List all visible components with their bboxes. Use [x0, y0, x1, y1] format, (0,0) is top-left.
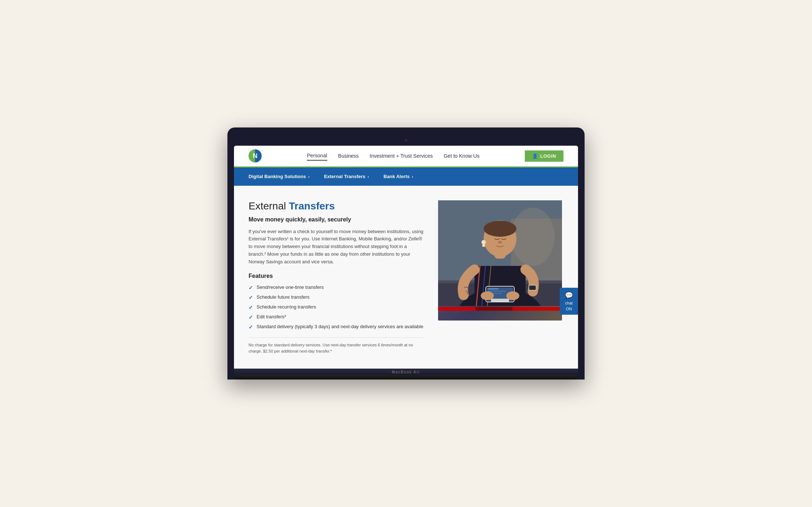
nav-get-to-know[interactable]: Get to Know Us	[444, 152, 479, 160]
title-part1: External	[249, 200, 289, 212]
laptop-camera	[234, 134, 578, 146]
hero-svg	[438, 200, 562, 306]
site-header: N Personal Business Investment + Trust S…	[234, 146, 578, 168]
feature-item-1: ✓ Send/receive one-time transfers	[249, 284, 423, 291]
chat-icon: 💬	[565, 291, 573, 299]
subnav-bank-alerts[interactable]: Bank Alerts ›	[383, 174, 413, 179]
nav-investment[interactable]: Investment + Trust Services	[370, 152, 433, 160]
chat-label: chat	[565, 301, 573, 305]
content-left: External Transfers Move money quickly, e…	[249, 200, 423, 354]
check-icon-5: ✓	[249, 324, 253, 330]
feature-item-3: ✓ Schedule recurring transfers	[249, 304, 423, 310]
title-part2: Transfers	[289, 200, 335, 212]
user-icon: 👤	[532, 153, 538, 159]
check-icon-2: ✓	[249, 295, 253, 300]
page-subtitle: Move money quickly, easily, securely	[249, 216, 423, 223]
laptop-screen: N Personal Business Investment + Trust S…	[234, 146, 578, 369]
nav-business[interactable]: Business	[338, 152, 359, 160]
feature-label-1: Send/receive one-time transfers	[257, 284, 324, 290]
svg-point-12	[484, 221, 516, 237]
laptop-bottom	[234, 375, 578, 380]
feature-label-2: Schedule future transfers	[257, 294, 309, 300]
svg-rect-22	[488, 291, 506, 292]
logo-circle: N	[249, 149, 262, 162]
chat-status: ON	[566, 307, 572, 311]
nav-personal[interactable]: Personal	[307, 151, 327, 161]
svg-point-13	[498, 241, 502, 244]
website-content: N Personal Business Investment + Trust S…	[234, 146, 578, 369]
chat-button[interactable]: 💬 chat ON	[560, 288, 578, 315]
subnav-alerts-arrow: ›	[412, 174, 413, 179]
feature-item-4: ✓ Edit transfers³	[249, 314, 423, 320]
logo[interactable]: N	[249, 149, 262, 162]
check-icon-3: ✓	[249, 304, 253, 310]
check-icon-4: ✓	[249, 314, 253, 320]
feature-label-4: Edit transfers³	[257, 314, 286, 319]
svg-rect-26	[491, 299, 509, 302]
features-heading: Features	[249, 273, 423, 279]
feature-label-3: Schedule recurring transfers	[257, 304, 316, 310]
main-nav: Personal Business Investment + Trust Ser…	[307, 151, 479, 161]
subnav-alerts-label: Bank Alerts	[383, 174, 410, 179]
svg-point-14	[481, 240, 486, 244]
main-content: External Transfers Move money quickly, e…	[234, 186, 578, 369]
laptop-base: MacBook Air	[234, 369, 578, 375]
check-icon-1: ✓	[249, 285, 253, 291]
login-button[interactable]: 👤 LOGIN	[525, 150, 563, 162]
laptop-frame: N Personal Business Investment + Trust S…	[227, 127, 585, 380]
subnav-digital-label: Digital Banking Solutions	[249, 174, 306, 179]
svg-rect-21	[488, 288, 499, 290]
page-description: If you've ever written a check to yourse…	[249, 228, 423, 266]
content-right	[438, 200, 562, 354]
subnav-transfers-label: External Transfers	[324, 174, 365, 179]
image-bottom-bar	[438, 307, 562, 311]
login-label: LOGIN	[540, 153, 556, 159]
feature-item-2: ✓ Schedule future transfers	[249, 294, 423, 300]
subnav-external-transfers[interactable]: External Transfers ›	[324, 174, 369, 179]
macbook-label: MacBook Air	[392, 370, 420, 374]
svg-point-2	[511, 208, 555, 266]
subnav-digital-arrow: ›	[308, 174, 309, 179]
features-list: ✓ Send/receive one-time transfers ✓ Sche…	[249, 284, 423, 330]
camera-dot	[405, 139, 407, 141]
footnote-text: No charge for standard delivery services…	[249, 337, 423, 354]
logo-letter: N	[253, 152, 258, 160]
hero-image	[438, 200, 562, 321]
feature-label-5: Standard delivery (typically 3 days) and…	[257, 324, 423, 329]
sub-navigation: Digital Banking Solutions › External Tra…	[234, 168, 578, 186]
subnav-digital-banking[interactable]: Digital Banking Solutions ›	[249, 174, 309, 179]
page-title: External Transfers	[249, 200, 423, 212]
subnav-transfers-arrow: ›	[368, 174, 369, 179]
svg-point-15	[482, 244, 485, 247]
svg-rect-17	[529, 286, 536, 290]
feature-item-5: ✓ Standard delivery (typically 3 days) a…	[249, 324, 423, 330]
